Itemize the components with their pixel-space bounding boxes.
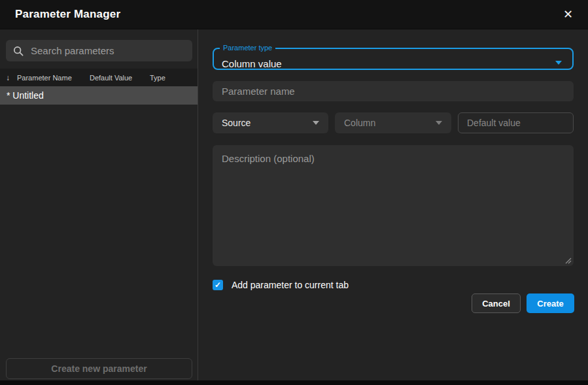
add-to-tab-checkbox[interactable]: ✓ xyxy=(213,280,223,290)
source-select[interactable]: Source xyxy=(213,112,328,133)
description-textarea[interactable] xyxy=(213,145,574,266)
dialog-title: Parameter Manager xyxy=(15,8,120,21)
source-column-default-row: Source Column xyxy=(198,112,588,133)
parameter-row-name: * Untitled xyxy=(7,90,44,101)
create-new-parameter-button[interactable]: Create new parameter xyxy=(6,358,192,379)
chevron-down-icon xyxy=(313,121,319,125)
resize-handle-icon[interactable] xyxy=(564,257,572,264)
checkmark-icon: ✓ xyxy=(215,281,221,289)
column-select-placeholder: Column xyxy=(344,118,375,128)
chevron-down-icon xyxy=(555,61,562,65)
parameter-type-value: Column value xyxy=(222,58,282,69)
table-row-untitled[interactable]: * Untitled xyxy=(0,86,198,105)
chevron-down-icon xyxy=(436,121,442,125)
column-select[interactable]: Column xyxy=(335,112,451,133)
sort-descending-icon[interactable]: ↓ xyxy=(6,73,10,82)
column-header-default-value[interactable]: Default Value xyxy=(90,74,132,82)
description-field-wrap xyxy=(213,145,574,266)
close-icon[interactable]: ✕ xyxy=(563,8,573,20)
parameter-manager-dialog: Parameter Manager ✕ ↓ Parameter Name Def… xyxy=(0,0,588,385)
parameter-type-label: Parameter type xyxy=(220,44,275,52)
parameter-name-input[interactable] xyxy=(213,81,574,101)
add-to-tab-row: ✓ Add parameter to current tab xyxy=(213,280,349,290)
add-to-tab-label: Add parameter to current tab xyxy=(232,280,349,290)
search-parameters-box[interactable] xyxy=(6,40,192,61)
parameter-table-header: ↓ Parameter Name Default Value Type xyxy=(0,69,198,86)
parameter-type-select[interactable]: Parameter type Column value xyxy=(213,44,574,70)
default-value-input[interactable] xyxy=(458,112,574,133)
column-header-type[interactable]: Type xyxy=(150,74,165,82)
column-header-parameter-name[interactable]: Parameter Name xyxy=(17,74,72,82)
search-parameters-input[interactable] xyxy=(29,44,185,57)
parameter-form-panel: Parameter type Column value Source Colum… xyxy=(198,29,588,380)
cancel-button[interactable]: Cancel xyxy=(472,293,521,313)
dialog-titlebar: Parameter Manager ✕ xyxy=(0,0,588,29)
source-select-value: Source xyxy=(222,118,251,128)
parameter-list-panel: ↓ Parameter Name Default Value Type * Un… xyxy=(0,29,198,380)
create-button[interactable]: Create xyxy=(527,293,574,313)
search-icon xyxy=(13,46,24,56)
